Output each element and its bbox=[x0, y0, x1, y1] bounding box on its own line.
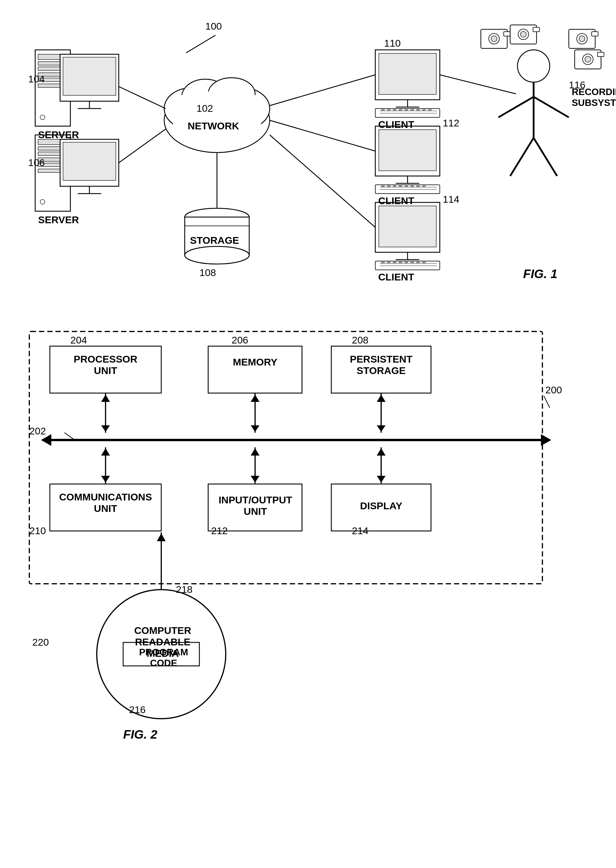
svg-point-32 bbox=[218, 91, 262, 123]
svg-rect-77 bbox=[393, 262, 396, 263]
svg-line-86 bbox=[534, 97, 569, 117]
label-persistent: PERSISTENTSTORAGE bbox=[334, 353, 428, 377]
svg-point-8 bbox=[40, 115, 45, 120]
svg-rect-22 bbox=[63, 142, 116, 180]
svg-rect-45 bbox=[387, 109, 391, 110]
label-comm: COMMUNICATIONSUNIT bbox=[53, 491, 158, 514]
svg-rect-79 bbox=[405, 262, 408, 263]
label-storage: STORAGE bbox=[190, 235, 239, 246]
label-display: DISPLAY bbox=[336, 500, 427, 512]
svg-point-95 bbox=[520, 32, 526, 37]
svg-point-91 bbox=[491, 36, 497, 42]
label-io: INPUT/OUTPUTUNIT bbox=[211, 494, 300, 517]
label-recording: RECORDINGSUBSYSTEM bbox=[572, 87, 616, 108]
svg-rect-81 bbox=[416, 262, 420, 263]
ref-214: 214 bbox=[352, 525, 369, 537]
svg-rect-80 bbox=[410, 262, 414, 263]
ref-220: 220 bbox=[32, 636, 49, 648]
ref-216: 216 bbox=[129, 704, 146, 715]
svg-rect-10 bbox=[63, 57, 116, 95]
ref-212: 212 bbox=[211, 525, 228, 537]
ref-112: 112 bbox=[443, 117, 459, 129]
ref-106: 106 bbox=[28, 157, 45, 169]
svg-rect-60 bbox=[381, 185, 385, 187]
svg-line-87 bbox=[510, 138, 534, 176]
label-network: NETWORK bbox=[188, 120, 239, 132]
ref-102: 102 bbox=[196, 103, 213, 114]
svg-rect-44 bbox=[381, 109, 385, 110]
ref-202: 202 bbox=[29, 425, 46, 437]
svg-point-20 bbox=[40, 200, 45, 204]
svg-rect-66 bbox=[416, 185, 420, 187]
page: 100 104 106 102 108 110 112 114 116 SERV… bbox=[0, 0, 616, 868]
fig1-diagram bbox=[0, 12, 616, 299]
svg-rect-61 bbox=[387, 185, 391, 187]
label-server1: SERVER bbox=[38, 129, 79, 140]
svg-rect-52 bbox=[428, 109, 432, 110]
fig2-caption: FIG. 2 bbox=[123, 728, 157, 742]
svg-rect-75 bbox=[381, 262, 385, 263]
svg-rect-51 bbox=[422, 109, 426, 110]
svg-rect-69 bbox=[379, 206, 436, 247]
ref-114: 114 bbox=[443, 194, 459, 205]
ref-206: 206 bbox=[232, 334, 248, 346]
ref-208: 208 bbox=[352, 334, 369, 346]
svg-line-85 bbox=[498, 97, 534, 117]
svg-rect-114 bbox=[208, 346, 302, 393]
label-program: PROGRAM CODE bbox=[126, 647, 202, 668]
svg-rect-62 bbox=[393, 185, 396, 187]
fig2-container: 204 206 208 200 202 210 212 214 218 220 … bbox=[0, 308, 616, 854]
fig1-caption: FIG. 1 bbox=[523, 267, 557, 281]
fig1-container: 100 104 106 102 108 110 112 114 116 SERV… bbox=[0, 12, 616, 299]
fig2-diagram bbox=[0, 308, 616, 854]
svg-rect-54 bbox=[379, 130, 436, 171]
label-client3: CLIENT bbox=[378, 271, 414, 283]
svg-rect-63 bbox=[399, 185, 402, 187]
svg-rect-104 bbox=[597, 52, 604, 57]
label-memory: MEMORY bbox=[211, 356, 299, 368]
svg-rect-92 bbox=[504, 32, 510, 36]
ref-218: 218 bbox=[176, 584, 193, 595]
label-processor: PROCESSORUNIT bbox=[56, 353, 156, 377]
svg-line-109 bbox=[270, 120, 375, 151]
svg-rect-78 bbox=[399, 262, 402, 263]
svg-line-0 bbox=[186, 35, 215, 53]
svg-point-83 bbox=[517, 50, 550, 82]
svg-point-99 bbox=[579, 36, 585, 42]
ref-210: 210 bbox=[29, 525, 46, 537]
svg-rect-82 bbox=[422, 262, 426, 263]
svg-rect-47 bbox=[399, 109, 402, 110]
ref-200: 200 bbox=[545, 384, 562, 396]
ref-110: 110 bbox=[384, 38, 401, 49]
svg-rect-76 bbox=[387, 262, 391, 263]
svg-rect-67 bbox=[422, 185, 426, 187]
svg-point-103 bbox=[585, 56, 591, 62]
svg-line-144 bbox=[544, 396, 550, 408]
svg-line-88 bbox=[534, 138, 557, 176]
svg-rect-50 bbox=[416, 109, 420, 110]
svg-point-35 bbox=[185, 246, 249, 264]
label-server2: SERVER bbox=[38, 214, 79, 225]
svg-line-110 bbox=[270, 135, 375, 227]
label-client1: CLIENT bbox=[378, 119, 414, 130]
svg-rect-38 bbox=[379, 54, 436, 95]
svg-line-111 bbox=[440, 75, 516, 94]
ref-104: 104 bbox=[28, 73, 45, 85]
svg-marker-118 bbox=[541, 434, 551, 446]
svg-rect-49 bbox=[410, 109, 414, 110]
svg-rect-46 bbox=[393, 109, 396, 110]
svg-rect-48 bbox=[405, 109, 408, 110]
svg-rect-100 bbox=[592, 32, 598, 36]
svg-line-106 bbox=[119, 129, 166, 163]
ref-100: 100 bbox=[205, 20, 222, 32]
ref-108: 108 bbox=[200, 267, 216, 278]
svg-rect-96 bbox=[533, 27, 539, 32]
svg-line-108 bbox=[270, 75, 375, 106]
ref-204: 204 bbox=[71, 334, 87, 346]
label-client2: CLIENT bbox=[378, 195, 414, 206]
svg-line-105 bbox=[119, 87, 166, 109]
svg-rect-65 bbox=[410, 185, 414, 187]
svg-rect-64 bbox=[405, 185, 408, 187]
